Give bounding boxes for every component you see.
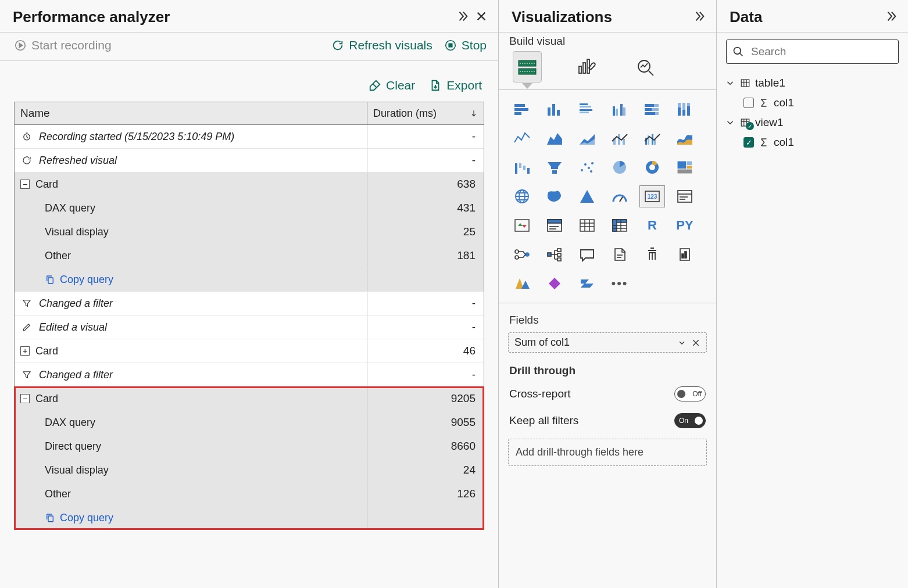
svg-rect-16 <box>514 112 521 115</box>
refresh-visuals-button[interactable]: Refresh visuals <box>331 38 432 52</box>
card2-label: Card <box>35 345 58 357</box>
copy-query-link[interactable]: Copy query <box>20 512 113 524</box>
gauge-icon[interactable] <box>607 185 632 207</box>
filled-map-icon[interactable] <box>542 185 567 207</box>
map-icon[interactable] <box>509 185 535 207</box>
view1-label: view1 <box>755 116 784 129</box>
svg-rect-51 <box>552 170 557 174</box>
azure-map-icon[interactable] <box>574 185 600 207</box>
view1-node[interactable]: view1 <box>723 113 902 132</box>
table1-node[interactable]: table1 <box>723 73 902 93</box>
stop-button[interactable]: Stop <box>444 38 487 52</box>
collapse-icon[interactable] <box>456 10 469 24</box>
svg-rect-50 <box>527 168 530 174</box>
svg-rect-92 <box>557 249 561 252</box>
export-button[interactable]: Export <box>429 78 482 92</box>
svg-point-90 <box>526 253 529 256</box>
row-card-3[interactable]: − Card 9205 <box>15 387 484 411</box>
r-visual-icon[interactable]: R <box>639 214 665 236</box>
view1-col1-node[interactable]: ✓ col1 <box>723 132 902 152</box>
waterfall-icon[interactable] <box>509 156 535 178</box>
svg-text:123: 123 <box>648 193 657 200</box>
power-automate-icon[interactable] <box>574 273 600 295</box>
row-card3-vis: Visual display 24 <box>15 458 484 482</box>
collapse-icon[interactable] <box>885 10 898 24</box>
hundred-stacked-bar-icon[interactable] <box>639 98 665 120</box>
decomposition-tree-icon[interactable] <box>542 243 567 266</box>
chevron-down-icon[interactable] <box>677 338 687 347</box>
hundred-stacked-column-icon[interactable] <box>672 98 698 120</box>
card3-other-label: Other <box>20 488 71 500</box>
card-visual-icon[interactable]: 123 <box>639 185 665 207</box>
qa-icon[interactable] <box>574 243 600 266</box>
treemap-icon[interactable] <box>672 156 698 178</box>
slicer-icon[interactable] <box>542 214 567 236</box>
keep-filters-toggle[interactable]: On <box>674 413 706 428</box>
arcgis-map-icon[interactable] <box>509 273 535 295</box>
pie-icon[interactable] <box>607 156 632 178</box>
svg-rect-98 <box>685 252 687 258</box>
metrics-icon[interactable] <box>639 243 665 266</box>
close-icon[interactable] <box>475 10 488 24</box>
line-chart-icon[interactable] <box>509 127 535 149</box>
line-clustered-column-icon[interactable] <box>639 127 665 149</box>
search-field[interactable] <box>750 45 892 59</box>
smart-narrative-icon[interactable] <box>607 243 632 266</box>
changed-filter2-label: Changed a filter <box>39 369 113 381</box>
key-influencers-icon[interactable] <box>509 243 535 266</box>
checkbox-checked[interactable]: ✓ <box>743 137 754 148</box>
stacked-bar-icon[interactable] <box>509 98 535 120</box>
paginated-report-icon[interactable] <box>672 243 698 266</box>
data-panel: Data table1 col1 view1 ✓ <box>717 0 908 588</box>
kpi-icon[interactable] <box>509 214 535 236</box>
cross-report-toggle[interactable]: Off <box>674 386 706 401</box>
line-stacked-column-icon[interactable] <box>607 127 632 149</box>
clustered-bar-icon[interactable] <box>574 98 600 120</box>
collapse-icon[interactable] <box>693 10 706 24</box>
search-input[interactable] <box>726 40 899 64</box>
build-visual-tab[interactable] <box>513 51 542 83</box>
table1-col1-node[interactable]: col1 <box>723 93 902 113</box>
copy-query-link[interactable]: Copy query <box>20 274 113 286</box>
ribbon-chart-icon[interactable] <box>672 127 698 149</box>
python-visual-icon[interactable]: PY <box>672 214 698 236</box>
svg-rect-2 <box>449 44 452 47</box>
table-icon[interactable] <box>574 214 600 236</box>
row-card-1[interactable]: − Card 638 <box>15 173 484 196</box>
collapse-toggle-icon[interactable]: − <box>20 180 30 189</box>
row-changed-filter-2: Changed a filter - <box>15 363 484 387</box>
clustered-column-icon[interactable] <box>607 98 632 120</box>
perf-toolbar: Start recording Refresh visuals Stop <box>0 33 498 61</box>
svg-rect-37 <box>682 103 685 110</box>
more-visuals-icon[interactable]: ••• <box>607 273 632 295</box>
remove-field-icon[interactable] <box>691 338 700 347</box>
matrix-icon[interactable] <box>607 214 632 236</box>
col-duration-header[interactable]: Duration (ms) <box>367 102 484 124</box>
start-recording-button[interactable]: Start recording <box>14 38 112 52</box>
power-apps-icon[interactable] <box>542 273 567 295</box>
area-chart-icon[interactable] <box>542 127 567 149</box>
col-name-header[interactable]: Name <box>15 102 367 124</box>
multi-row-card-icon[interactable] <box>672 185 698 207</box>
drill-through-drop[interactable]: Add drill-through fields here <box>508 439 707 466</box>
field-well[interactable]: Sum of col1 <box>508 332 707 353</box>
scatter-icon[interactable] <box>574 156 600 178</box>
funnel-icon[interactable] <box>542 156 567 178</box>
row-card-2[interactable]: + Card 46 <box>15 339 484 363</box>
donut-icon[interactable] <box>639 156 665 178</box>
svg-rect-20 <box>580 103 588 105</box>
svg-rect-26 <box>620 104 623 116</box>
card3-other-dur: 126 <box>367 484 484 504</box>
analytics-tab[interactable] <box>631 51 660 83</box>
svg-rect-39 <box>687 103 690 106</box>
expand-toggle-icon[interactable]: + <box>20 346 30 356</box>
clear-button[interactable]: Clear <box>369 78 415 92</box>
stacked-area-icon[interactable] <box>574 127 600 149</box>
stacked-column-icon[interactable] <box>542 98 567 120</box>
build-visual-icon <box>517 58 537 76</box>
checkbox-unchecked[interactable] <box>743 98 754 108</box>
collapse-toggle-icon[interactable]: − <box>20 394 30 403</box>
svg-rect-35 <box>678 103 681 107</box>
start-recording-label: Start recording <box>31 38 112 52</box>
format-visual-tab[interactable] <box>572 51 601 83</box>
